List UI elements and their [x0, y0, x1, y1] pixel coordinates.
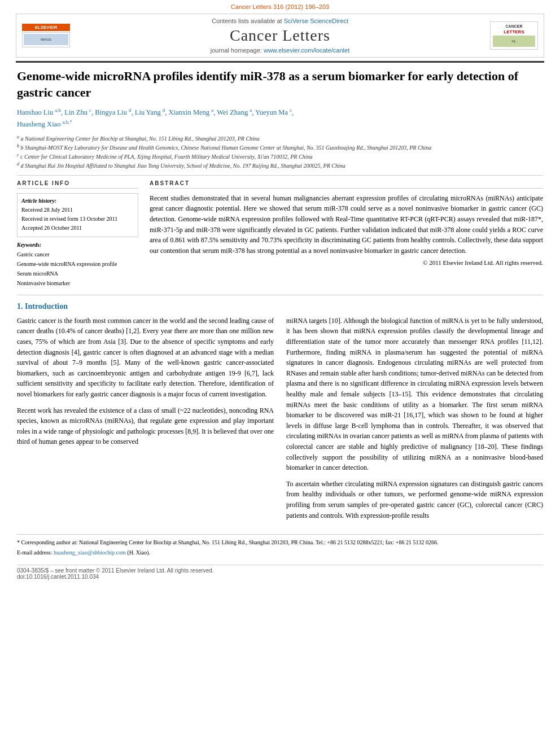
- journal-header-center: Contents lists available at SciVerse Sci…: [70, 18, 490, 54]
- article-title: Genome-wide microRNA profiles identify m…: [17, 68, 543, 101]
- citation-text: Cancer Letters 316 (2012) 196–203: [231, 3, 329, 10]
- intro-para4: To ascertain whether circulating miRNA e…: [286, 479, 543, 521]
- intro-para2: Recent work has revealed the existence o…: [17, 405, 274, 447]
- intro-title: 1. Introduction: [17, 302, 543, 311]
- article-meta-row: ARTICLE INFO Article history: Received 2…: [17, 180, 543, 288]
- authors-line: Hanshao Liu a,b, Lin Zhu c, Bingya Liu d…: [17, 106, 543, 130]
- affiliation-d: d d Shanghai Rui Jin Hospital Affiliated…: [17, 161, 543, 170]
- main-content: Genome-wide microRNA profiles identify m…: [0, 63, 560, 586]
- accepted-date: Accepted 26 October 2011: [21, 224, 134, 233]
- intro-col2: miRNA targets [10]. Although the biologi…: [286, 316, 543, 521]
- abstract-header: ABSTRACT: [150, 180, 543, 189]
- copyright-line: © 2011 Elsevier Ireland Ltd. All rights …: [150, 259, 543, 266]
- sciverse-line: Contents lists available at SciVerse Sci…: [70, 18, 490, 24]
- journal-title: Cancer Letters: [70, 27, 490, 45]
- revised-date: Received in revised form 13 October 2011: [21, 215, 134, 224]
- introduction-section: 1. Introduction Gastric cancer is the fo…: [17, 302, 543, 521]
- bottom-bar: 0304-3835/$ – see front matter © 2011 El…: [17, 565, 543, 580]
- intro-para3: miRNA targets [10]. Although the biologi…: [286, 316, 543, 473]
- keyword-3: Serum microRNA: [17, 269, 138, 278]
- article-info-header: ARTICLE INFO: [17, 180, 138, 189]
- affiliations: a a National Engineering Center for Bioc…: [17, 134, 543, 171]
- received-date: Received 28 July 2011: [21, 206, 134, 215]
- footnote-section: * Corresponding author at: National Engi…: [17, 534, 543, 557]
- keyword-4: Noninvasive biomarker: [17, 278, 138, 288]
- article-history-box: Article history: Received 28 July 2011 R…: [17, 193, 138, 237]
- intro-body: Gastric cancer is the fourth most common…: [17, 316, 543, 521]
- homepage-url[interactable]: www.elsevier.com/locate/canlet: [264, 47, 349, 54]
- doi-line: doi:10.1016/j.canlet.2011.10.034: [17, 574, 543, 580]
- journal-header-box: ELSEVIER IMAGE Contents lists available …: [16, 14, 544, 58]
- keyword-1: Gastric cancer: [17, 250, 138, 259]
- divider-after-abstract: [17, 295, 543, 295]
- intro-para1: Gastric cancer is the fourth most common…: [17, 316, 274, 400]
- footnote-email: E-mail address: huasheng_xiao@shbiochip.…: [17, 548, 543, 557]
- cancer-letters-logo: CANCER LETTERS CL: [490, 21, 538, 50]
- affiliation-a: a a National Engineering Center for Bioc…: [17, 134, 543, 143]
- divider-before-info: [17, 175, 543, 176]
- keyword-2: Genome-wide microRNA expression profile: [17, 259, 138, 269]
- abstract-text: Recent studies demonstrated that in seve…: [150, 193, 543, 256]
- intro-col1: Gastric cancer is the fourth most common…: [17, 316, 274, 521]
- footnote-corresponding: * Corresponding author at: National Engi…: [17, 538, 543, 547]
- affiliation-b: b b Shanghai-MOST Key Laboratory for Dis…: [17, 143, 543, 152]
- elsevier-logo: ELSEVIER IMAGE: [22, 24, 70, 47]
- history-label: Article history:: [21, 198, 134, 204]
- top-citation-bar: Cancer Letters 316 (2012) 196–203: [0, 0, 560, 11]
- journal-homepage: journal homepage: www.elsevier.com/locat…: [70, 47, 490, 54]
- abstract-col: ABSTRACT Recent studies demonstrated tha…: [150, 180, 543, 288]
- keywords-label: Keywords:: [17, 242, 138, 248]
- keywords-section: Keywords: Gastric cancer Genome-wide mic…: [17, 242, 138, 288]
- article-info-col: ARTICLE INFO Article history: Received 2…: [17, 180, 138, 288]
- affiliation-c: c c Center for Clinical Laboratory Medic…: [17, 152, 543, 161]
- email-link[interactable]: huasheng_xiao@shbiochip.com: [54, 549, 126, 556]
- issn-line: 0304-3835/$ – see front matter © 2011 El…: [17, 567, 543, 574]
- sciverse-link[interactable]: SciVerse ScienceDirect: [284, 18, 348, 24]
